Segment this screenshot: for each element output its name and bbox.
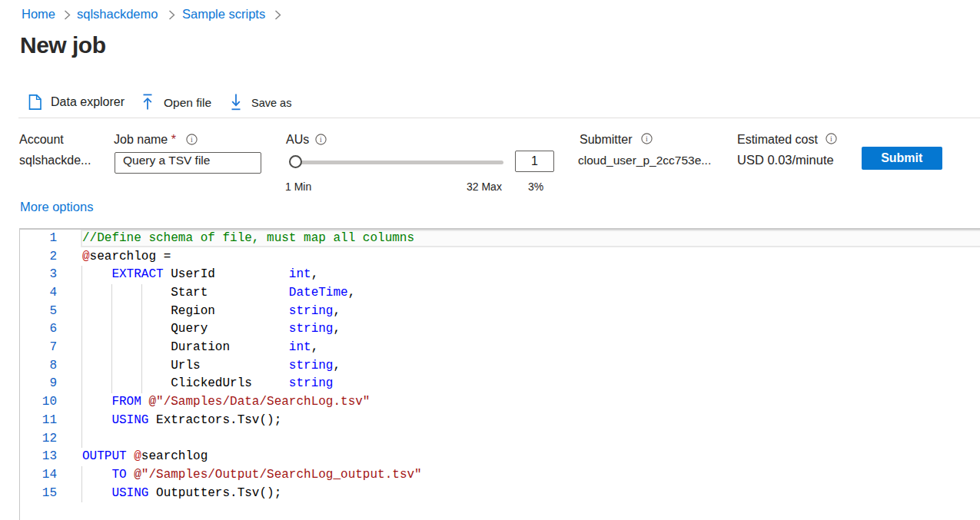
svg-text:i: i xyxy=(830,134,832,143)
svg-text:i: i xyxy=(320,135,322,144)
svg-text:i: i xyxy=(191,135,193,144)
svg-text:i: i xyxy=(646,134,648,143)
